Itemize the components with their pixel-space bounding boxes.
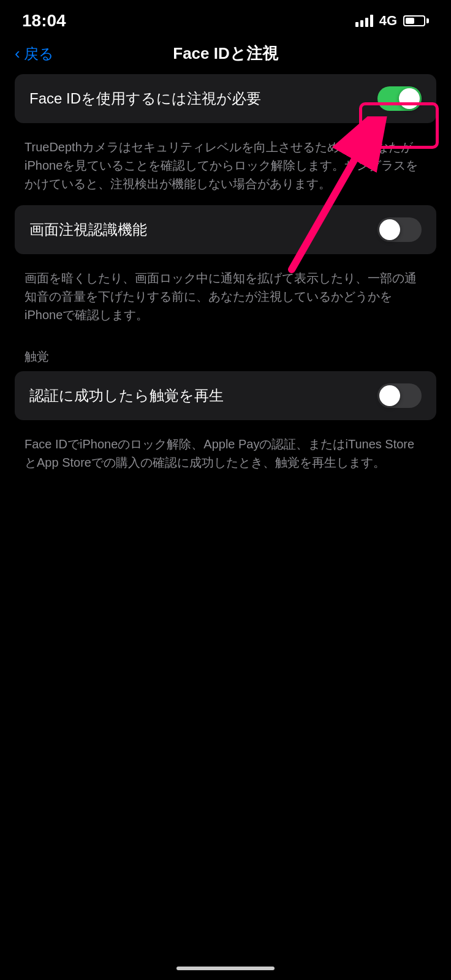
signal-bars-icon bbox=[355, 15, 373, 27]
back-label: 戻る bbox=[24, 44, 54, 64]
attention-aware-label: 画面注視認識機能 bbox=[29, 220, 377, 239]
home-indicator bbox=[176, 967, 275, 970]
toggle-thumb-3 bbox=[379, 385, 400, 406]
battery-fill bbox=[406, 18, 414, 24]
face-id-attention-card: Face IDを使用するには注視が必要 bbox=[15, 74, 436, 123]
page-title: Face IDと注視 bbox=[173, 43, 278, 64]
haptic-success-label: 認証に成功したら触覚を再生 bbox=[29, 386, 377, 405]
back-chevron-icon: ‹ bbox=[15, 44, 20, 63]
attention-aware-row: 画面注視認識機能 bbox=[15, 205, 436, 254]
status-right: 4G bbox=[355, 13, 429, 29]
status-bar: 18:04 4G bbox=[0, 0, 451, 37]
haptics-section-label: 触覚 bbox=[15, 336, 436, 371]
face-id-attention-label: Face IDを使用するには注視が必要 bbox=[29, 89, 377, 108]
back-button[interactable]: ‹ 戻る bbox=[15, 44, 54, 64]
battery-body bbox=[403, 15, 425, 26]
haptic-success-row: 認証に成功したら触覚を再生 bbox=[15, 371, 436, 420]
attention-aware-description: 画面を暗くしたり、画面ロック中に通知を拡げて表示したり、一部の通知音の音量を下げ… bbox=[15, 260, 436, 336]
toggle-thumb-2 bbox=[379, 219, 400, 240]
face-id-attention-row: Face IDを使用するには注視が必要 bbox=[15, 74, 436, 123]
haptic-success-description: Face IDでiPhoneのロック解除、Apple Payの認証、またはiTu… bbox=[15, 426, 436, 484]
content-area: Face IDを使用するには注視が必要 TrueDepthカメラはセキュリティレ… bbox=[0, 74, 451, 484]
network-label: 4G bbox=[379, 13, 397, 29]
signal-bar-2 bbox=[360, 20, 363, 27]
toggle-thumb bbox=[399, 88, 420, 109]
battery-tip bbox=[426, 18, 429, 23]
signal-bar-3 bbox=[365, 18, 368, 27]
nav-bar: ‹ 戻る Face IDと注視 bbox=[0, 37, 451, 74]
signal-bar-1 bbox=[355, 22, 358, 27]
battery-icon bbox=[403, 15, 429, 26]
haptic-success-card: 認証に成功したら触覚を再生 bbox=[15, 371, 436, 420]
status-time: 18:04 bbox=[22, 11, 66, 31]
attention-aware-toggle[interactable] bbox=[377, 217, 422, 242]
face-id-attention-toggle[interactable] bbox=[377, 86, 422, 111]
signal-bar-4 bbox=[370, 15, 373, 27]
attention-aware-card: 画面注視認識機能 bbox=[15, 205, 436, 254]
haptic-success-toggle[interactable] bbox=[377, 383, 422, 408]
face-id-attention-description: TrueDepthカメラはセキュリティレベルを向上させるために、あなたがiPho… bbox=[15, 129, 436, 205]
